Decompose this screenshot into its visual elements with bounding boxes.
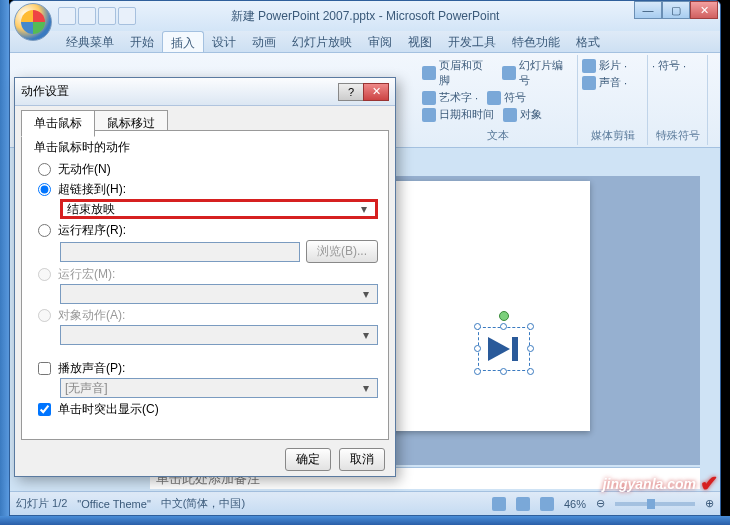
tab-animation[interactable]: 动画 <box>244 31 284 52</box>
tab-design[interactable]: 设计 <box>204 31 244 52</box>
zoom-value[interactable]: 46% <box>564 498 586 510</box>
close-button[interactable]: ✕ <box>690 1 718 19</box>
chevron-down-icon: ▾ <box>359 287 373 301</box>
option-play-sound[interactable]: 播放声音(P): <box>38 360 378 377</box>
option-object-action: 对象动作(A): <box>38 307 378 324</box>
rotate-handle[interactable] <box>499 311 509 321</box>
watermark: jingyanla.com ✔ <box>603 471 718 497</box>
hyperlink-value: 结束放映 <box>67 201 115 218</box>
tab-mouse-click[interactable]: 单击鼠标 <box>21 110 95 137</box>
tab-view[interactable]: 视图 <box>400 31 440 52</box>
watermark-text: jingyanla.com <box>603 476 696 492</box>
label-play-sound: 播放声音(P): <box>58 360 125 377</box>
dialog-help-button[interactable]: ? <box>338 83 364 101</box>
sound-value: [无声音] <box>65 380 108 397</box>
chevron-down-icon[interactable]: ▾ <box>357 202 371 216</box>
tab-feature[interactable]: 特色功能 <box>504 31 568 52</box>
tab-home[interactable]: 开始 <box>122 31 162 52</box>
object-icon <box>503 108 517 122</box>
taskbar[interactable] <box>0 516 730 525</box>
dialog-titlebar: 动作设置 ? ✕ <box>15 78 395 106</box>
option-run-macro: 运行宏(M): <box>38 266 378 283</box>
ribbon-group-text: 页眉和页脚 幻灯片编号 艺术字 · 符号 日期和时间 对象 文本 <box>418 55 578 145</box>
slide-number-icon <box>502 66 516 80</box>
object-action-combo: ▾ <box>60 325 378 345</box>
sound-icon <box>582 76 596 90</box>
group-label-action: 单击鼠标时的动作 <box>32 139 132 156</box>
header-footer-icon <box>422 66 436 80</box>
checkmark-icon: ✔ <box>700 471 718 497</box>
minimize-button[interactable]: — <box>634 1 662 19</box>
tab-review[interactable]: 审阅 <box>360 31 400 52</box>
datetime-icon <box>422 108 436 122</box>
dialog-title: 动作设置 <box>21 83 339 100</box>
dialog-footer: 确定 取消 <box>15 442 395 476</box>
ok-button[interactable]: 确定 <box>285 448 331 471</box>
radio-object-action <box>38 309 51 322</box>
ribbon-item[interactable]: 声音 <box>599 75 621 90</box>
option-highlight[interactable]: 单击时突出显示(C) <box>38 401 378 418</box>
action-settings-dialog: 动作设置 ? ✕ 单击鼠标 鼠标移过 单击鼠标时的动作 无动作(N) 超链接到(… <box>14 77 396 477</box>
label-hyperlink: 超链接到(H): <box>58 181 126 198</box>
maximize-button[interactable]: ▢ <box>662 1 690 19</box>
ribbon-item[interactable]: 页眉和页脚 <box>439 58 493 88</box>
radio-run-macro <box>38 268 51 281</box>
hyperlink-combo[interactable]: 结束放映 ▾ <box>60 199 378 219</box>
option-hyperlink[interactable]: 超链接到(H): <box>38 181 378 198</box>
run-macro-combo: ▾ <box>60 284 378 304</box>
ribbon-group-symbols: · 符号 · 特殊符号 <box>648 55 708 145</box>
status-theme: "Office Theme" <box>77 498 150 510</box>
zoom-slider[interactable] <box>615 502 695 506</box>
checkbox-play-sound[interactable] <box>38 362 51 375</box>
tab-classic[interactable]: 经典菜单 <box>58 31 122 52</box>
run-program-input <box>60 242 300 262</box>
status-language[interactable]: 中文(简体，中国) <box>161 496 245 511</box>
ribbon-item[interactable]: 符号 <box>504 90 526 105</box>
label-run-macro: 运行宏(M): <box>58 266 115 283</box>
titlebar: 新建 PowerPoint 2007.pptx - Microsoft Powe… <box>10 1 720 31</box>
label-run-program: 运行程序(R): <box>58 222 126 239</box>
ribbon-item[interactable]: 幻灯片编号 <box>519 58 573 88</box>
cancel-button[interactable]: 取消 <box>339 448 385 471</box>
status-slide-number: 幻灯片 1/2 <box>16 496 67 511</box>
browse-button[interactable]: 浏览(B)... <box>306 240 378 263</box>
label-highlight: 单击时突出显示(C) <box>58 401 159 418</box>
ribbon-item[interactable]: 影片 <box>599 58 621 73</box>
tab-insert[interactable]: 插入 <box>162 31 204 52</box>
ribbon-group-media: 影片 · 声音 · 媒体剪辑 <box>578 55 648 145</box>
ribbon-group-label: 媒体剪辑 <box>582 128 643 143</box>
window-title: 新建 PowerPoint 2007.pptx - Microsoft Powe… <box>10 8 720 25</box>
dialog-close-button[interactable]: ✕ <box>363 83 389 101</box>
movie-icon <box>582 59 596 73</box>
dialog-body: 单击鼠标时的动作 无动作(N) 超链接到(H): 结束放映 ▾ 运行程序(R): <box>21 130 389 440</box>
option-none[interactable]: 无动作(N) <box>38 161 378 178</box>
ribbon-group-label: 特殊符号 <box>652 128 703 143</box>
radio-run-program[interactable] <box>38 224 51 237</box>
radio-none[interactable] <box>38 163 51 176</box>
view-sorter-icon[interactable] <box>516 497 530 511</box>
end-bar-icon <box>512 337 518 361</box>
ribbon-item[interactable]: 符号 <box>658 58 680 73</box>
tab-slideshow[interactable]: 幻灯片放映 <box>284 31 360 52</box>
ribbon-group-label: 文本 <box>422 128 573 143</box>
view-slideshow-icon[interactable] <box>540 497 554 511</box>
label-object-action: 对象动作(A): <box>58 307 125 324</box>
chevron-down-icon: ▾ <box>359 328 373 342</box>
wordart-icon <box>422 91 436 105</box>
action-button-shape[interactable] <box>478 327 530 371</box>
checkbox-highlight[interactable] <box>38 403 51 416</box>
ribbon-item[interactable]: 对象 <box>520 107 542 122</box>
option-run-program[interactable]: 运行程序(R): <box>38 222 378 239</box>
label-none: 无动作(N) <box>58 161 111 178</box>
radio-hyperlink[interactable] <box>38 183 51 196</box>
office-button[interactable] <box>14 3 52 41</box>
ribbon-item[interactable]: 日期和时间 <box>439 107 494 122</box>
tab-developer[interactable]: 开发工具 <box>440 31 504 52</box>
symbol-icon <box>487 91 501 105</box>
ribbon-item[interactable]: 艺术字 <box>439 90 472 105</box>
ribbon-tabs: 经典菜单 开始 插入 设计 动画 幻灯片放映 审阅 视图 开发工具 特色功能 格… <box>10 31 720 53</box>
sound-combo: [无声音] ▾ <box>60 378 378 398</box>
chevron-down-icon: ▾ <box>359 381 373 395</box>
tab-format[interactable]: 格式 <box>568 31 608 52</box>
view-normal-icon[interactable] <box>492 497 506 511</box>
